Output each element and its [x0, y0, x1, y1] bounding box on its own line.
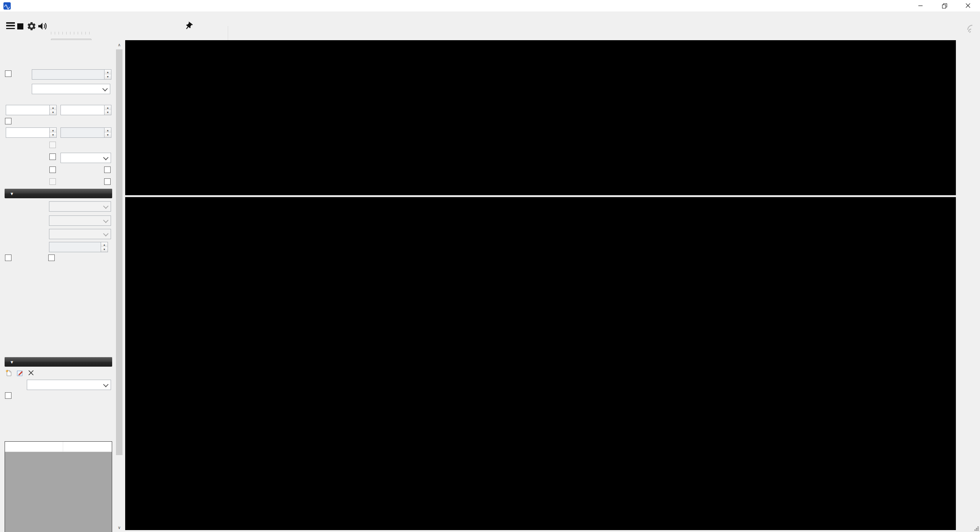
show-on-spectrum-row	[5, 392, 15, 399]
filter-audio-row	[48, 255, 57, 261]
toolbar	[0, 11, 980, 40]
order-spin-arrows[interactable]: ▲▼	[104, 105, 111, 115]
chevron-down-icon	[102, 86, 108, 91]
display-settings-panel	[956, 40, 980, 532]
scroll-up-icon[interactable]: ∧	[115, 41, 123, 49]
shift-checkbox[interactable]	[5, 70, 11, 77]
chevron-down-icon	[103, 203, 108, 209]
restore-button[interactable]	[933, 0, 956, 11]
unity-gain-row	[5, 255, 14, 261]
frequency-list[interactable]	[5, 441, 112, 532]
filter-dropdown[interactable]	[32, 84, 110, 94]
menu-button[interactable]	[6, 22, 15, 29]
squelch-value[interactable]	[6, 128, 49, 137]
shift-value[interactable]	[32, 70, 104, 79]
frequency-list-header[interactable]	[5, 442, 112, 452]
shift-spin-arrows[interactable]: ▲▼	[104, 70, 111, 79]
delete-x-icon	[28, 370, 34, 375]
anti-fading-checkbox	[49, 178, 56, 185]
correct-iq-checkbox[interactable]	[104, 166, 111, 173]
squelch-value-spinner[interactable]: ▲▼	[6, 127, 57, 138]
delete-entry-button[interactable]	[28, 370, 36, 375]
swap-iq-row	[60, 178, 111, 185]
anti-fading-row	[6, 178, 56, 185]
order-value[interactable]	[61, 105, 104, 115]
snap-to-grid-checkbox[interactable]	[49, 153, 56, 160]
volume-ticks-top	[51, 32, 91, 34]
chevron-down-icon	[103, 155, 108, 160]
swap-iq-checkbox[interactable]	[104, 178, 111, 185]
new-page-icon	[5, 369, 12, 376]
chevron-down-icon	[103, 382, 108, 387]
latency-spinner: ▲▼	[49, 242, 108, 252]
bandwidth-spin-arrows[interactable]: ▲▼	[49, 105, 56, 115]
frequency-manager-toolbar	[5, 369, 36, 376]
group-dropdown[interactable]	[27, 380, 111, 390]
lock-carrier-row	[6, 166, 56, 173]
bandwidth-value[interactable]	[6, 105, 49, 115]
waterfall-display[interactable]	[125, 197, 956, 529]
new-entry-button[interactable]	[5, 369, 14, 376]
shift-value-spinner[interactable]: ▲▼	[32, 69, 111, 80]
latency-value	[49, 242, 101, 252]
title-bar	[0, 0, 980, 12]
collapse-arrow-icon: ▼	[5, 191, 19, 196]
cw-shift-spinner: ▲▼	[60, 127, 111, 138]
audio-panel-header[interactable]: ▼	[5, 189, 112, 198]
collapse-arrow-icon: ▼	[5, 360, 19, 364]
frequency-manager-header[interactable]: ▼	[5, 357, 112, 367]
airspy-waves-icon	[967, 24, 977, 33]
order-spinner[interactable]: ▲▼	[60, 105, 111, 115]
show-on-spectrum-checkbox[interactable]	[5, 392, 11, 399]
audio-input-dropdown	[49, 215, 111, 226]
squelch-checkbox[interactable]	[5, 118, 11, 124]
app-logo-icon	[3, 2, 11, 10]
edit-entry-button[interactable]	[17, 370, 25, 376]
filter-audio-checkbox[interactable]	[48, 255, 55, 261]
settings-gear-icon[interactable]	[27, 21, 36, 31]
fm-stereo-row	[6, 142, 56, 148]
column-name[interactable]	[5, 442, 63, 452]
fm-stereo-checkbox	[49, 142, 56, 148]
lock-carrier-checkbox[interactable]	[49, 166, 56, 173]
cw-shift-spin-arrows: ▲▼	[104, 128, 111, 137]
display-area	[125, 40, 956, 530]
shift-row	[5, 70, 14, 77]
minimize-button[interactable]	[909, 0, 933, 11]
edit-pencil-icon	[17, 370, 23, 376]
close-button[interactable]	[956, 0, 980, 11]
volume-speaker-icon[interactable]	[38, 21, 48, 31]
latency-spin-arrows: ▲▼	[101, 242, 108, 252]
chevron-down-icon	[103, 231, 108, 236]
audio-output-dropdown	[49, 229, 111, 239]
spectrum-display[interactable]	[125, 42, 956, 195]
scroll-down-icon[interactable]: ∨	[115, 524, 123, 531]
squelch-spin-arrows[interactable]: ▲▼	[49, 128, 56, 137]
sidebar-scrollbar[interactable]: ∧ ∨	[115, 40, 123, 532]
correct-iq-row	[60, 166, 111, 173]
cw-shift-value	[61, 128, 104, 137]
unity-gain-checkbox[interactable]	[5, 255, 11, 261]
chevron-down-icon	[103, 217, 108, 223]
bandwidth-spinner[interactable]: ▲▼	[6, 105, 57, 115]
resize-grip[interactable]	[974, 526, 979, 531]
step-size-dropdown[interactable]	[60, 153, 111, 163]
stop-button[interactable]	[17, 23, 23, 29]
snap-to-grid-row	[6, 153, 56, 160]
samplerate-dropdown	[49, 201, 111, 212]
squelch-row	[5, 118, 14, 124]
pin-icon[interactable]	[181, 20, 195, 33]
scrollbar-thumb[interactable]	[116, 49, 122, 455]
control-sidebar: ▲▼ ▲▼ ▲▼ ▲▼ ▲▼	[0, 40, 113, 532]
